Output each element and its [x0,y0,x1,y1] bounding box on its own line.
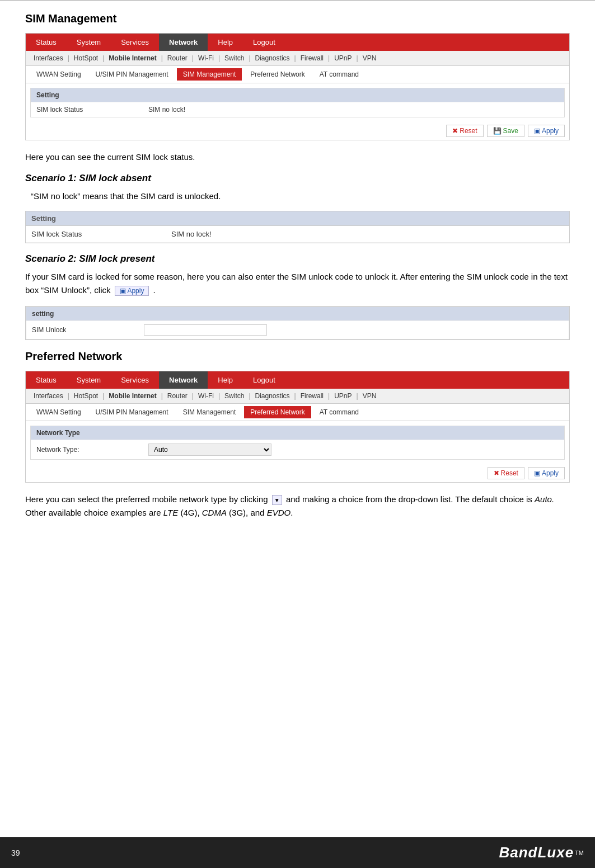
pref-nav2-diagnostics[interactable]: Diagnostics [252,391,293,401]
sim-lock-label: SIM lock Status [36,106,148,114]
pref-nav3-preferred-network[interactable]: Preferred Network [244,406,311,418]
nav2-upnp[interactable]: UPnP [331,53,355,63]
router-ui-preferred: Status System Services Network Help Logo… [25,371,570,483]
pref-nav-system[interactable]: System [67,371,111,389]
pref-nav-help[interactable]: Help [208,371,243,389]
scenario1-value: SIM no lock! [171,230,212,238]
pref-nav2-hotspot[interactable]: HotSpot [71,391,101,401]
apply-button[interactable]: ▣ Apply [528,125,565,137]
nav2-mobile-internet[interactable]: Mobile Internet [105,53,160,63]
scenario2-desc: If your SIM card is locked for some reas… [25,270,570,297]
pref-nav-services[interactable]: Services [111,371,159,389]
dropdown-arrow-icon: ▼ [272,495,282,505]
inline-apply-icon: ▣ [120,287,126,295]
pref-apply-button[interactable]: ▣ Apply [528,467,565,479]
nav2-firewall[interactable]: Firewall [297,53,327,63]
nav-services[interactable]: Services [111,34,159,51]
pref-nav3-sim-management[interactable]: SIM Management [177,406,242,418]
nav2-hotspot[interactable]: HotSpot [71,53,101,63]
pref-nav2-firewall[interactable]: Firewall [297,391,327,401]
nav-help[interactable]: Help [208,34,243,51]
sim-unlock-ui: setting SIM Unlock [25,306,570,340]
nav-logout[interactable]: Logout [243,34,285,51]
reset-button[interactable]: ✖ Reset [446,125,483,137]
logo-text: BandLuxe [499,844,574,861]
scenario1-title: Scenario 1: SIM lock absent [25,173,570,184]
pref-nav-network[interactable]: Network [159,371,208,389]
footer-logo: BandLuxe TM [499,844,584,861]
pref-apply-icon: ▣ [534,469,540,477]
router-top-nav-preferred: Status System Services Network Help Logo… [26,371,569,389]
page-content: SIM Management Status System Services Ne… [0,0,595,573]
scenario1-table-row: SIM lock Status SIM no lock! [26,226,569,243]
router-second-nav: Interfaces | HotSpot | Mobile Internet |… [26,51,569,66]
pref-reset-button[interactable]: ✖ Reset [488,467,524,479]
scenario2-title: Scenario 2: SIM lock present [25,253,570,265]
scenario1-desc: “SIM no lock” means that the SIM card is… [31,190,570,203]
pref-nav3-wwan-setting[interactable]: WWAN Setting [30,406,87,418]
pref-nav2-vpn[interactable]: VPN [359,391,380,401]
pref-nav3-usim-pin[interactable]: U/SIM PIN Management [90,406,175,418]
network-type-label: Network Type: [36,446,148,454]
router-ui-sim: Status System Services Network Help Logo… [25,33,570,140]
nav2-router[interactable]: Router [164,53,191,63]
inline-apply-button[interactable]: ▣ Apply [115,286,149,296]
pref-nav2-mobile-internet[interactable]: Mobile Internet [105,391,160,401]
nav-status[interactable]: Status [26,34,67,51]
nav2-switch[interactable]: Switch [221,53,247,63]
pref-nav-logout[interactable]: Logout [243,371,285,389]
nav2-interfaces[interactable]: Interfaces [30,53,67,63]
sim-unlock-row: SIM Unlock [26,320,569,339]
sim-unlock-header: setting [26,307,569,320]
sim-actions: ✖ Reset 💾 Save ▣ Apply [26,122,569,140]
sim-unlock-input[interactable] [144,324,267,336]
nav2-vpn[interactable]: VPN [359,53,380,63]
sim-lock-status-row: SIM lock Status SIM no lock! [31,102,564,117]
network-type-row: Network Type: Auto LTE CDMA EVDO [31,440,564,459]
save-icon: 💾 [493,127,502,135]
scenario1-label: SIM lock Status [31,230,171,238]
footer: 39 BandLuxe TM [0,837,595,868]
sim-unlock-label: SIM Unlock [32,326,144,334]
preferred-panel-header: Network Type [31,426,564,440]
nav3-wwan-setting[interactable]: WWAN Setting [30,68,87,81]
network-type-select[interactable]: Auto LTE CDMA EVDO [148,444,271,456]
reset-icon: ✖ [452,127,458,135]
sim-setting-panel: Setting SIM lock Status SIM no lock! [30,88,565,117]
pref-nav-status[interactable]: Status [26,371,67,389]
preferred-description: Here you can select the preferred mobile… [25,493,570,520]
scenario1-table: Setting SIM lock Status SIM no lock! [25,211,570,243]
pref-nav3-at-command[interactable]: AT command [313,406,365,418]
pref-nav2-interfaces[interactable]: Interfaces [30,391,67,401]
nav3-usim-pin[interactable]: U/SIM PIN Management [90,68,175,81]
router-top-nav: Status System Services Network Help Logo… [26,34,569,51]
nav2-wifi[interactable]: Wi-Fi [195,53,217,63]
sim-lock-value: SIM no lock! [148,106,185,114]
pref-nav2-switch[interactable]: Switch [221,391,247,401]
preferred-network-title: Preferred Network [25,350,570,363]
save-button[interactable]: 💾 Save [487,125,524,137]
preferred-network-panel: Network Type Network Type: Auto LTE CDMA… [30,426,565,460]
pref-nav2-router[interactable]: Router [164,391,191,401]
sim-unlock-panel: setting SIM Unlock [26,306,569,339]
pref-nav2-wifi[interactable]: Wi-Fi [195,391,217,401]
preferred-actions: ✖ Reset ▣ Apply [26,464,569,482]
router-third-nav-sim: WWAN Setting U/SIM PIN Management SIM Ma… [26,66,569,83]
nav-system[interactable]: System [67,34,111,51]
pref-reset-icon: ✖ [494,469,499,477]
network-type-select-wrap: Auto LTE CDMA EVDO [148,444,271,456]
page-title: SIM Management [25,12,570,25]
scenario1-table-header: Setting [26,211,569,226]
nav3-at-command[interactable]: AT command [313,68,365,81]
nav-network[interactable]: Network [159,34,208,51]
sim-panel-header: Setting [31,88,564,102]
sim-description: Here you can see the current SIM lock st… [25,150,570,164]
apply-icon: ▣ [534,127,540,135]
trademark-symbol: TM [575,850,584,856]
pref-second-nav: Interfaces | HotSpot | Mobile Internet |… [26,389,569,404]
page-number: 39 [11,848,20,857]
nav3-sim-management[interactable]: SIM Management [177,68,242,81]
nav3-preferred-network[interactable]: Preferred Network [244,68,311,81]
nav2-diagnostics[interactable]: Diagnostics [252,53,293,63]
pref-nav2-upnp[interactable]: UPnP [331,391,355,401]
